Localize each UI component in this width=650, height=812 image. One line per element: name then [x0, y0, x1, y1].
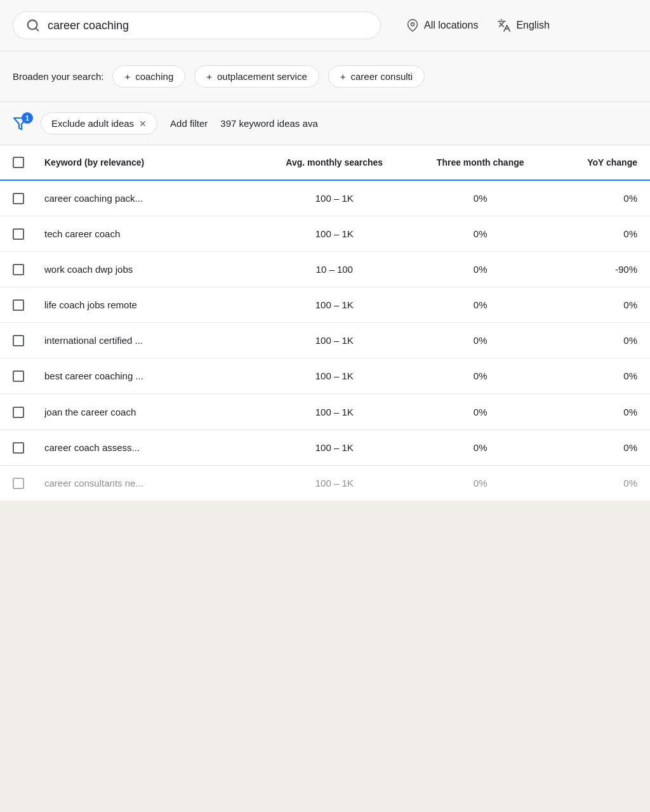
table-row[interactable]: career coach assess... 100 – 1K 0% 0% [0, 429, 650, 465]
table-row[interactable]: work coach dwp jobs 10 – 100 0% -90% [0, 252, 650, 287]
row-checkbox-1[interactable] [13, 228, 24, 240]
yoy-cell-0: 0% [547, 180, 650, 216]
keyword-cell-0: career coaching pack... [34, 180, 255, 216]
keyword-count-text: 397 keyword ideas ava [220, 118, 317, 129]
th-yoy-change: YoY change [547, 145, 650, 180]
row-checkbox-3[interactable] [13, 299, 24, 311]
plus-icon-coaching: + [124, 71, 130, 82]
table-row[interactable]: career consultants ne... 100 – 1K 0% 0% [0, 465, 650, 501]
search-query-text: career coaching [48, 19, 129, 32]
location-label: All locations [424, 20, 478, 31]
row-checkbox-7[interactable] [13, 442, 24, 454]
row-checkbox-cell[interactable] [0, 394, 34, 429]
table-body: career coaching pack... 100 – 1K 0% 0% t… [0, 180, 650, 500]
location-selector[interactable]: All locations [406, 19, 478, 32]
row-checkbox-cell[interactable] [0, 358, 34, 394]
yoy-cell-6: 0% [547, 394, 650, 429]
th-select-all[interactable] [0, 145, 34, 180]
row-checkbox-0[interactable] [13, 193, 24, 204]
yoy-cell-3: 0% [547, 287, 650, 323]
row-checkbox-5[interactable] [13, 370, 24, 382]
th-keyword: Keyword (by relevance) [34, 145, 255, 180]
row-checkbox-8[interactable] [13, 478, 24, 489]
row-checkbox-cell[interactable] [0, 323, 34, 358]
broaden-search-section: Broaden your search: + coaching + outpla… [0, 51, 650, 102]
th-three-month-change: Three month change [413, 145, 547, 180]
language-label: English [516, 20, 549, 31]
select-all-checkbox[interactable] [13, 157, 24, 168]
add-filter-button[interactable]: Add filter [170, 118, 208, 129]
broaden-chip-outplacement-label: outplacement service [217, 71, 307, 82]
three-month-cell-4: 0% [413, 323, 547, 358]
yoy-cell-8: 0% [547, 465, 650, 501]
exclude-adult-ideas-label: Exclude adult ideas [51, 118, 134, 129]
avg-monthly-cell-4: 100 – 1K [255, 323, 413, 358]
filter-badge: 1 [22, 112, 33, 124]
avg-monthly-cell-5: 100 – 1K [255, 358, 413, 394]
keyword-table-container: Keyword (by relevance) Avg. monthly sear… [0, 145, 650, 501]
yoy-cell-7: 0% [547, 429, 650, 465]
row-checkbox-cell[interactable] [0, 429, 34, 465]
yoy-cell-1: 0% [547, 216, 650, 252]
row-checkbox-6[interactable] [13, 407, 24, 418]
three-month-cell-7: 0% [413, 429, 547, 465]
row-checkbox-cell[interactable] [0, 216, 34, 252]
table-row[interactable]: joan the career coach 100 – 1K 0% 0% [0, 394, 650, 429]
table-row[interactable]: best career coaching ... 100 – 1K 0% 0% [0, 358, 650, 394]
yoy-cell-5: 0% [547, 358, 650, 394]
avg-monthly-cell-3: 100 – 1K [255, 287, 413, 323]
row-checkbox-cell[interactable] [0, 287, 34, 323]
broaden-chip-career-consulti[interactable]: + career consulti [328, 65, 425, 88]
avg-monthly-cell-7: 100 – 1K [255, 429, 413, 465]
three-month-cell-1: 0% [413, 216, 547, 252]
table-row[interactable]: international certified ... 100 – 1K 0% … [0, 323, 650, 358]
translate-icon [497, 18, 511, 32]
table-row[interactable]: life coach jobs remote 100 – 1K 0% 0% [0, 287, 650, 323]
three-month-cell-8: 0% [413, 465, 547, 501]
yoy-cell-4: 0% [547, 323, 650, 358]
avg-monthly-cell-0: 100 – 1K [255, 180, 413, 216]
keyword-cell-6: joan the career coach [34, 394, 255, 429]
exclude-adult-ideas-chip[interactable]: Exclude adult ideas ✕ [41, 112, 157, 134]
keyword-cell-7: career coach assess... [34, 429, 255, 465]
row-checkbox-4[interactable] [13, 335, 24, 346]
keyword-cell-1: tech career coach [34, 216, 255, 252]
exclude-adult-ideas-close-icon[interactable]: ✕ [139, 119, 147, 129]
svg-line-1 [36, 28, 38, 30]
plus-icon-outplacement: + [206, 71, 212, 82]
table-row[interactable]: career coaching pack... 100 – 1K 0% 0% [0, 180, 650, 216]
three-month-cell-5: 0% [413, 358, 547, 394]
avg-monthly-cell-8: 100 – 1K [255, 465, 413, 501]
location-pin-icon [406, 19, 419, 32]
row-checkbox-2[interactable] [13, 264, 24, 275]
three-month-cell-6: 0% [413, 394, 547, 429]
three-month-cell-0: 0% [413, 180, 547, 216]
row-checkbox-cell[interactable] [0, 180, 34, 216]
table-header-row: Keyword (by relevance) Avg. monthly sear… [0, 145, 650, 180]
three-month-cell-2: 0% [413, 252, 547, 287]
broaden-chip-career-consulti-label: career consulti [351, 71, 413, 82]
yoy-cell-2: -90% [547, 252, 650, 287]
avg-monthly-cell-1: 100 – 1K [255, 216, 413, 252]
search-input-wrapper[interactable]: career coaching [13, 11, 381, 39]
broaden-chip-coaching[interactable]: + coaching [112, 65, 185, 88]
table-row[interactable]: tech career coach 100 – 1K 0% 0% [0, 216, 650, 252]
th-avg-monthly: Avg. monthly searches [255, 145, 413, 180]
language-selector[interactable]: English [497, 18, 549, 32]
svg-point-2 [411, 23, 415, 26]
search-icon [26, 18, 40, 32]
row-checkbox-cell[interactable] [0, 252, 34, 287]
keyword-cell-5: best career coaching ... [34, 358, 255, 394]
keyword-cell-8: career consultants ne... [34, 465, 255, 501]
three-month-cell-3: 0% [413, 287, 547, 323]
avg-monthly-cell-6: 100 – 1K [255, 394, 413, 429]
filter-icon-wrapper[interactable]: 1 [13, 116, 28, 131]
broaden-label: Broaden your search: [13, 71, 103, 82]
row-checkbox-cell[interactable] [0, 465, 34, 501]
keyword-cell-4: international certified ... [34, 323, 255, 358]
keyword-cell-3: life coach jobs remote [34, 287, 255, 323]
keyword-table: Keyword (by relevance) Avg. monthly sear… [0, 145, 650, 501]
keyword-cell-2: work coach dwp jobs [34, 252, 255, 287]
broaden-chip-outplacement[interactable]: + outplacement service [194, 65, 319, 88]
filter-bar: 1 Exclude adult ideas ✕ Add filter 397 k… [0, 102, 650, 145]
